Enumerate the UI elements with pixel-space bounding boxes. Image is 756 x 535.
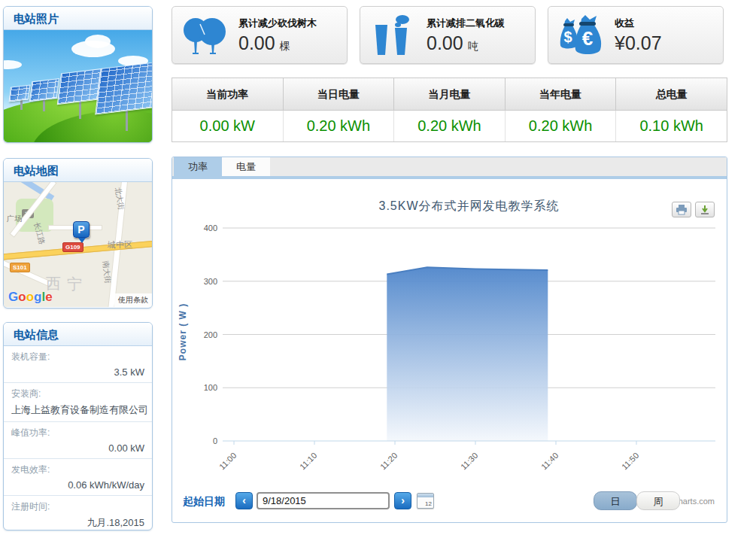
svg-text:400: 400 (204, 223, 217, 233)
solar-panel (29, 78, 59, 102)
card-unit: 吨 (468, 40, 478, 52)
info-value: 3.5 kW (11, 366, 144, 378)
map-label-nanda-street: 南大街 (100, 260, 113, 284)
card-unit: 棵 (280, 40, 290, 52)
map-terms-link[interactable]: 使用条款 (114, 293, 152, 307)
google-logo: Google (8, 290, 53, 305)
card-value: 0.00 (427, 32, 463, 53)
stats-table: 当前功率 当日电量 当月电量 当年电量 总电量 0.00 kW 0.20 kWh… (172, 78, 727, 142)
chart-panel: 功率 电量 3.5KW分布式并网发电教学系统 Power ( W ) 01002… (172, 157, 727, 523)
google-map[interactable]: 📷 G109 S101 长江路 北大街 城中区 南大街 广场 西宁 P Goog… (4, 182, 152, 307)
svg-text:11:00: 11:00 (217, 451, 238, 471)
map-panel: 电站地图 📷 G109 S101 长江路 北大街 城中区 南大街 广场 西宁 P… (3, 158, 153, 309)
stats-value: 0.10 kWh (616, 111, 727, 141)
info-row: 峰值功率:0.00 kW (4, 422, 152, 459)
svg-text:200: 200 (204, 330, 217, 339)
stats-value: 0.20 kWh (394, 111, 506, 141)
date-input[interactable] (257, 492, 390, 509)
info-row: 发电效率:0.06 kWh/kW/day (4, 459, 152, 496)
svg-text:11:40: 11:40 (539, 451, 560, 471)
chart-tabbar: 功率 电量 (172, 157, 727, 176)
card-value: ¥0.07 (615, 32, 662, 53)
svg-text:300: 300 (204, 277, 217, 286)
photo-panel: 电站照片 (3, 6, 153, 143)
info-panel: 电站信息 装机容量:3.5 kW 安装商:上海上益教育设备制造有限公司 峰值功率… (3, 322, 153, 530)
info-label: 发电效率: (11, 464, 144, 476)
summary-card-co2: 累计减排二氧化碳 0.00吨 (360, 6, 536, 64)
stats-header: 当月电量 (394, 78, 506, 111)
stats-header: 当年电量 (506, 78, 617, 111)
next-date-button[interactable]: › (394, 492, 411, 509)
chart-controls: 起始日期 ‹ › 12 Highcharts.com 日 周 (181, 491, 718, 511)
info-value: 上海上益教育设备制造有限公司 (11, 403, 144, 417)
card-title: 累计减排二氧化碳 (427, 17, 505, 30)
solar-panel (95, 61, 152, 114)
print-button[interactable] (672, 202, 691, 217)
card-title: 累计减少砍伐树木 (238, 17, 317, 30)
info-label: 安装商: (11, 388, 144, 400)
stats-header: 当日电量 (284, 78, 395, 111)
solar-panel (57, 68, 103, 105)
download-button[interactable] (695, 202, 715, 217)
cloud-shape (85, 35, 111, 48)
main-content: 累计减少砍伐树木 0.00棵 累计减排二氧化碳 0.00吨 $ (172, 0, 728, 535)
card-value: 0.00 (238, 32, 275, 53)
info-row: 装机容量:3.5 kW (4, 346, 152, 383)
chart-area: 3.5KW分布式并网发电教学系统 Power ( W ) 01002003004… (172, 179, 727, 523)
calendar-day: 12 (425, 500, 432, 507)
start-date-label: 起始日期 (183, 495, 225, 509)
tab-energy[interactable]: 电量 (222, 157, 270, 176)
svg-text:11:10: 11:10 (298, 451, 318, 471)
map-label-chengzhong-district: 城中区 (108, 239, 132, 251)
svg-text:$: $ (563, 29, 572, 45)
stats-value: 0.20 kWh (506, 111, 617, 141)
stats-value: 0.20 kWh (284, 111, 395, 141)
road-badge-s101: S101 (10, 263, 30, 272)
panel-leg (79, 99, 81, 119)
station-photo (4, 30, 152, 142)
power-area-chart: 010020030040011:0011:1011:2011:3011:4011… (172, 179, 727, 480)
stats-header-row: 当前功率 当日电量 当月电量 当年电量 总电量 (172, 78, 727, 111)
summary-card-revenue: $ € 收益 ¥0.07 (548, 6, 724, 64)
money-bags-icon: $ € (548, 14, 615, 57)
svg-text:€: € (582, 27, 593, 50)
info-label: 注册时间: (11, 500, 144, 513)
left-sidebar: 电站照片 电站地图 📷 (3, 6, 153, 533)
summary-card-trees: 累计减少砍伐树木 0.00棵 (172, 6, 348, 64)
map-label-square: 广场 (7, 214, 22, 224)
info-row: 安装商:上海上益教育设备制造有限公司 (4, 383, 152, 422)
stats-header: 总电量 (616, 78, 727, 111)
info-label: 装机容量: (11, 351, 144, 363)
svg-text:11:50: 11:50 (620, 451, 640, 471)
solar-panel (8, 84, 30, 102)
info-row: 注册时间:九月.18,2015 (4, 496, 152, 530)
info-panel-title: 电站信息 (4, 323, 152, 346)
cloud-shape (4, 60, 22, 69)
map-marker[interactable]: P (73, 221, 90, 238)
svg-text:11:30: 11:30 (459, 451, 479, 471)
svg-text:11:20: 11:20 (378, 451, 399, 471)
card-title: 收益 (615, 17, 666, 30)
svg-text:0: 0 (213, 436, 217, 445)
info-value: 0.00 kW (11, 442, 144, 454)
panel-leg (20, 99, 23, 110)
info-label: 峰值功率: (11, 427, 144, 439)
map-panel-title: 电站地图 (4, 159, 152, 182)
week-range-button[interactable]: 周 (636, 491, 680, 510)
stats-value-row: 0.00 kW 0.20 kWh 0.20 kWh 0.20 kWh 0.10 … (172, 111, 727, 141)
day-range-button[interactable]: 日 (594, 491, 637, 510)
prev-date-button[interactable]: ‹ (235, 492, 253, 509)
photo-panel-title: 电站照片 (4, 7, 152, 30)
co2-towers-icon (360, 14, 427, 56)
svg-text:100: 100 (204, 383, 217, 392)
stats-value: 0.00 kW (172, 111, 284, 141)
trees-icon (172, 15, 238, 56)
calendar-icon[interactable]: 12 (417, 493, 434, 509)
info-value: 0.06 kWh/kW/day (11, 479, 144, 491)
stats-header: 当前功率 (172, 78, 284, 111)
tab-power[interactable]: 功率 (174, 157, 222, 176)
info-value: 九月.18,2015 (11, 516, 144, 530)
